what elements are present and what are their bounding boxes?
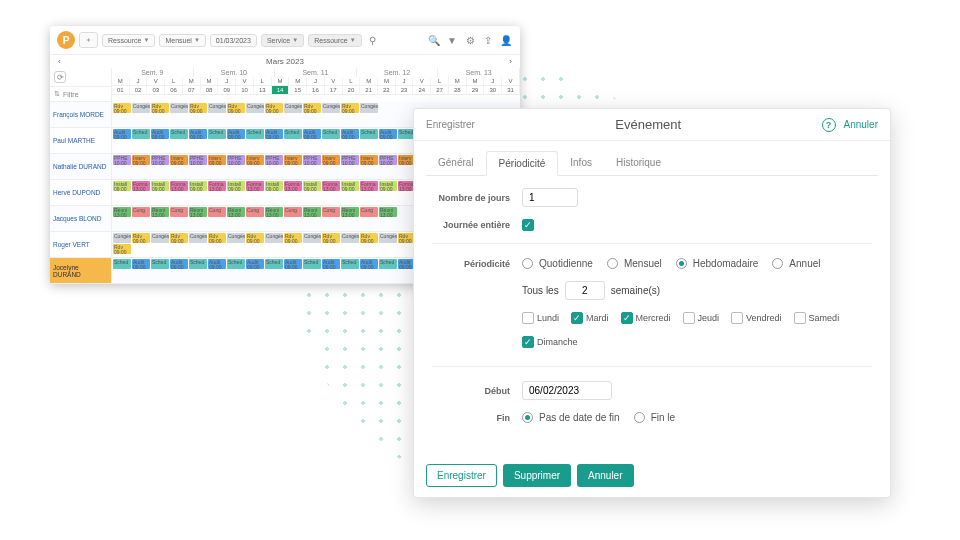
calendar-event[interactable]: Sched [151,259,169,269]
day-number[interactable]: 20 [343,86,361,95]
calendar-event[interactable]: Sched [303,259,321,269]
tab-historique[interactable]: Historique [604,151,673,175]
help-icon[interactable]: ? [822,118,836,132]
calendar-event[interactable]: Install 09:00 [265,181,283,191]
calendar-event[interactable]: Rdv 09:00 [246,233,264,243]
tab-infos[interactable]: Infos [558,151,604,175]
weekday-tue[interactable]: ✓Mardi [571,312,609,324]
calendar-event[interactable]: Congés [379,233,397,243]
date-input[interactable]: 01/03/2023 [210,34,257,47]
calendar-event[interactable]: Cong [170,207,188,217]
day-number[interactable]: 06 [165,86,183,95]
calendar-event[interactable]: Interv 09:00 [322,155,340,165]
calendar-event[interactable]: Cong [360,207,378,217]
calendar-event[interactable]: PPHE 10:00 [189,155,207,165]
calendar-event[interactable]: Congés [303,233,321,243]
calendar-event[interactable]: Interv 09:00 [246,155,264,165]
calendar-event[interactable]: Install 09:00 [189,181,207,191]
calendar-event[interactable]: Rdv 09:00 [322,233,340,243]
calendar-event[interactable]: Sched [379,259,397,269]
tab-periodicite[interactable]: Périodicité [486,151,559,176]
sort-icon[interactable]: ⇅ [54,90,60,98]
calendar-event[interactable]: Réuni 13:00 [227,207,245,217]
calendar-event[interactable]: Cong [208,207,226,217]
resource-name[interactable]: Jacques BLOND [50,206,112,231]
calendar-event[interactable]: Rdv 09:00 [113,103,131,113]
calendar-event[interactable]: Install 09:00 [379,181,397,191]
resource-name[interactable]: Roger VERT [50,232,112,257]
calendar-event[interactable]: Congés [360,103,378,113]
day-number[interactable]: 17 [325,86,343,95]
save-button[interactable]: Enregistrer [426,464,497,487]
delete-button[interactable]: Supprimer [503,464,571,487]
day-number[interactable]: 16 [307,86,325,95]
journee-checkbox[interactable]: ✓ [522,219,534,231]
calendar-event[interactable]: Forma 13:00 [246,181,264,191]
calendar-event[interactable]: Congés [284,103,302,113]
cancel-top-link[interactable]: Annuler [844,119,878,130]
calendar-event[interactable]: Rdv 09:00 [341,103,359,113]
calendar-event[interactable]: Interv 09:00 [208,155,226,165]
resource2-dropdown[interactable]: Ressource ▼ [308,34,361,47]
day-number[interactable]: 15 [289,86,307,95]
calendar-event[interactable]: Congés [341,233,359,243]
calendar-event[interactable]: Interv 09:00 [170,155,188,165]
day-number[interactable]: 03 [147,86,165,95]
fin-none[interactable]: Pas de date de fin [522,412,620,423]
calendar-event[interactable]: Forma 13:00 [360,181,378,191]
calendar-event[interactable]: Audit 09:00 [132,259,150,269]
calendar-event[interactable]: Rdv 09:00 [303,103,321,113]
save-top-link[interactable]: Enregistrer [426,119,475,130]
calendar-event[interactable]: Congés [246,103,264,113]
calendar-event[interactable]: Audit 09:00 [208,259,226,269]
calendar-event[interactable]: Rdv 09:00 [132,233,150,243]
filter-icon[interactable]: ⚲ [366,33,380,47]
calendar-event[interactable]: Sched [113,259,131,269]
calendar-event[interactable]: Audit 09:00 [322,259,340,269]
tab-general[interactable]: Général [426,151,486,175]
day-number[interactable]: 13 [254,86,272,95]
calendar-event[interactable]: Install 09:00 [303,181,321,191]
calendar-event[interactable]: PPHE 10:00 [303,155,321,165]
chevron-down-icon[interactable]: ▼ [445,33,459,47]
calendar-event[interactable]: PPHE 10:00 [151,155,169,165]
day-number[interactable]: 07 [183,86,201,95]
calendar-event[interactable]: Congés [170,103,188,113]
every-input[interactable] [565,281,605,300]
debut-input[interactable] [522,381,612,400]
calendar-event[interactable]: Audit 09:00 [227,129,245,139]
cancel-button[interactable]: Annuler [577,464,633,487]
calendar-event[interactable]: Interv 09:00 [284,155,302,165]
calendar-event[interactable]: Cong [246,207,264,217]
day-number[interactable]: 02 [130,86,148,95]
resource-name[interactable]: Hervé DUPOND [50,180,112,205]
calendar-event[interactable]: Congés [227,233,245,243]
period-yearly[interactable]: Annuel [772,258,820,269]
day-number[interactable]: 01 [112,86,130,95]
calendar-event[interactable]: Forma 13:00 [170,181,188,191]
calendar-event[interactable]: Sched [170,129,188,139]
day-number[interactable]: 27 [431,86,449,95]
day-number[interactable]: 31 [502,86,520,95]
calendar-event[interactable]: Rdv 09:00 [360,233,378,243]
weekday-fri[interactable]: Vendredi [731,312,782,324]
calendar-event[interactable]: Congés [322,103,340,113]
calendar-event[interactable]: PPHE 10:00 [341,155,359,165]
calendar-event[interactable]: Congés [132,103,150,113]
calendar-event[interactable]: Forma 13:00 [322,181,340,191]
calendar-event[interactable]: Sched [208,129,226,139]
day-number[interactable]: 09 [218,86,236,95]
calendar-event[interactable]: Forma 13:00 [208,181,226,191]
period-weekly[interactable]: Hebdomadaire [676,258,759,269]
calendar-event[interactable]: Install 09:00 [113,181,131,191]
calendar-event[interactable]: Réuni 13:00 [341,207,359,217]
day-number[interactable]: 28 [449,86,467,95]
calendar-event[interactable]: Réuni 13:00 [151,207,169,217]
view-dropdown[interactable]: Mensuel ▼ [159,34,205,47]
resource-dropdown[interactable]: Ressource ▼ [102,34,155,47]
calendar-event[interactable]: Audit 09:00 [151,129,169,139]
day-number[interactable]: 08 [201,86,219,95]
calendar-event[interactable]: Congés [113,233,131,243]
calendar-event[interactable]: Install 09:00 [227,181,245,191]
resource-name[interactable]: Paul MARTHE [50,128,112,153]
